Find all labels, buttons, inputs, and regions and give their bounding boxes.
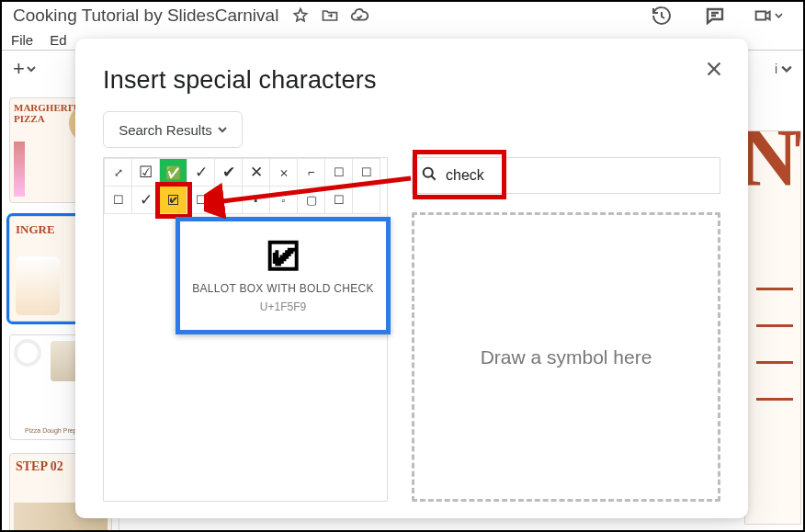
cloud-saved-icon[interactable] xyxy=(346,3,372,28)
toolbar-right-label: i xyxy=(775,62,777,76)
dialog-title: Insert special characters xyxy=(103,66,720,95)
char-cell-selected[interactable]: 🗹 xyxy=(160,187,187,214)
dialog-right-column: Draw a symbol here xyxy=(412,157,720,502)
star-icon[interactable] xyxy=(288,3,313,28)
close-button[interactable] xyxy=(702,57,726,81)
move-folder-icon[interactable] xyxy=(317,3,343,28)
char-cell[interactable]: ✔ xyxy=(215,159,243,187)
char-cell[interactable]: ▢ xyxy=(298,187,325,214)
character-search-bar[interactable] xyxy=(412,157,720,194)
toolbar-right-dropdown[interactable]: i xyxy=(775,62,792,76)
new-slide-button[interactable]: + xyxy=(13,57,36,81)
svg-point-0 xyxy=(424,168,433,177)
category-dropdown[interactable]: Search Results xyxy=(103,111,243,148)
preview-glyph: 🗹 xyxy=(264,238,302,277)
char-cell[interactable]: ⤢ xyxy=(105,159,132,187)
char-cell[interactable]: ✕ xyxy=(243,159,270,187)
canvas-large-text: NT xyxy=(744,130,801,190)
char-cell[interactable]: ▪ xyxy=(243,187,270,214)
char-cell[interactable]: ☐ xyxy=(105,187,132,214)
slide-canvas-peek: NT xyxy=(744,130,801,525)
char-cell[interactable]: ☐ xyxy=(187,187,215,214)
char-cell[interactable]: ✓ xyxy=(187,159,215,187)
title-right xyxy=(647,1,798,30)
character-grid-panel: ⤢ ☑ ✅ ✓ ✔ ✕ ⨯ ⌐ ☐ ☐ ☐ ✓ 🗹 ☐ ▪ xyxy=(103,157,388,502)
char-cell[interactable] xyxy=(353,187,380,214)
search-icon xyxy=(420,164,438,187)
comments-icon[interactable] xyxy=(700,1,730,30)
insert-special-characters-dialog: Insert special characters Search Results… xyxy=(75,39,748,518)
menu-file[interactable]: File xyxy=(11,32,33,48)
character-search-input[interactable] xyxy=(446,167,712,184)
char-cell[interactable]: ⨯ xyxy=(270,159,298,187)
char-cell[interactable]: ⌐ xyxy=(298,159,325,187)
history-icon[interactable] xyxy=(647,1,676,30)
character-preview-tooltip: 🗹 BALLOT BOX WITH BOLD CHECK U+1F5F9 xyxy=(176,217,391,334)
char-cell[interactable]: ☑ xyxy=(132,159,160,187)
draw-symbol-area[interactable]: Draw a symbol here xyxy=(412,212,720,502)
character-grid: ⤢ ☑ ✅ ✓ ✔ ✕ ⨯ ⌐ ☐ ☐ ☐ ✓ 🗹 ☐ ▪ xyxy=(104,158,380,214)
char-cell[interactable]: ☐ xyxy=(353,159,380,187)
plus-icon: + xyxy=(13,57,25,81)
document-title[interactable]: Cooking Tutorial by SlidesCarnival xyxy=(7,4,284,28)
present-camera-icon[interactable] xyxy=(754,1,783,30)
title-bar: Cooking Tutorial by SlidesCarnival xyxy=(2,2,803,29)
dropdown-label: Search Results xyxy=(119,122,212,138)
char-cell[interactable]: ☐ xyxy=(325,187,353,214)
char-cell[interactable] xyxy=(215,187,243,214)
char-cell[interactable]: ✅ xyxy=(160,159,187,187)
char-cell[interactable]: ✓ xyxy=(132,187,160,214)
preview-codepoint: U+1F5F9 xyxy=(260,300,306,313)
menu-edit[interactable]: Ed xyxy=(50,32,66,48)
char-cell[interactable]: ☐ xyxy=(325,159,353,187)
preview-name: BALLOT BOX WITH BOLD CHECK xyxy=(192,282,374,295)
char-cell[interactable]: ▫ xyxy=(270,187,298,214)
draw-placeholder-text: Draw a symbol here xyxy=(481,346,652,368)
